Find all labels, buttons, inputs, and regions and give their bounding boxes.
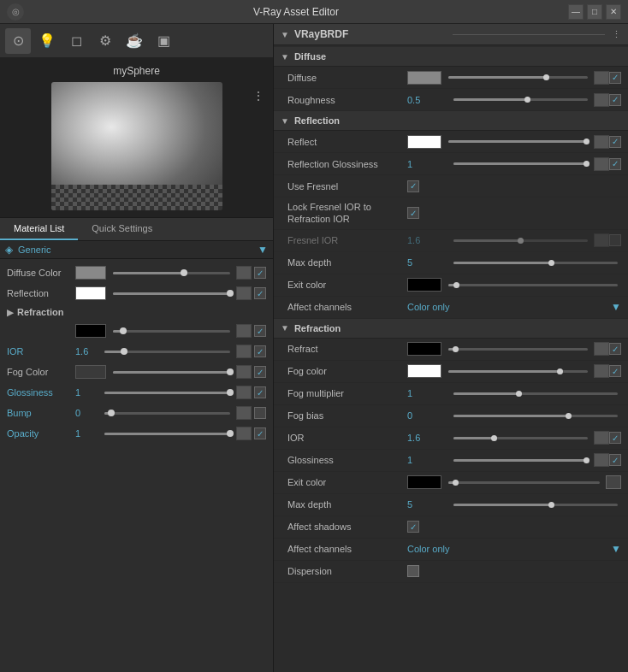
right-fog-mult-slider[interactable] — [453, 392, 618, 395]
right-refract-texture-btn[interactable] — [594, 342, 609, 356]
diffuse-color-swatch[interactable] — [75, 266, 106, 280]
reflection-section-label: Reflection — [294, 115, 340, 126]
right-fog-checkbox[interactable] — [609, 365, 621, 377]
right-reflect-slider[interactable] — [448, 140, 588, 143]
glossiness-slider[interactable] — [104, 392, 230, 394]
refraction-texture-btn[interactable] — [236, 324, 252, 338]
right-refl-glossiness-label: Reflection Glossiness — [287, 159, 407, 169]
right-refr-glossiness-checkbox[interactable] — [609, 454, 621, 466]
ior-enable-checkbox[interactable] — [254, 345, 266, 357]
right-exit-color-label: Exit color — [287, 280, 407, 290]
right-dispersion-checkbox[interactable] — [407, 565, 419, 577]
bump-texture-btn[interactable] — [236, 406, 252, 420]
preview-area: mySphere ⋮ — [0, 58, 273, 218]
right-refract-slider[interactable] — [448, 348, 588, 351]
diffuse-enable-checkbox[interactable] — [254, 267, 266, 279]
right-roughness-checkbox[interactable] — [609, 94, 621, 106]
right-affect-channels-arrow[interactable]: ▼ — [611, 301, 621, 313]
right-refr-ior-checkbox[interactable] — [609, 432, 621, 444]
right-fog-color-slider[interactable] — [448, 370, 588, 373]
reflection-row: Reflection — [0, 283, 273, 304]
refraction-section-header[interactable]: ▼ Refraction — [274, 319, 628, 339]
right-reflect-swatch[interactable] — [407, 135, 441, 149]
fog-color-swatch[interactable] — [75, 365, 106, 379]
refraction-swatch[interactable] — [75, 324, 106, 338]
right-exit-color-slider[interactable] — [448, 284, 618, 286]
right-roughness-texture-btn[interactable] — [594, 93, 609, 107]
fog-color-slider[interactable] — [113, 371, 230, 374]
toolbar-material-icon[interactable]: ◻ — [63, 28, 89, 54]
opacity-enable-checkbox[interactable] — [254, 427, 266, 439]
right-roughness-value: 0.5 — [407, 95, 450, 105]
diffuse-section-header[interactable]: ▼ Diffuse — [274, 47, 628, 67]
reflection-enable-checkbox[interactable] — [254, 287, 266, 299]
right-refr-ior-label: IOR — [287, 433, 407, 443]
reflection-section-header[interactable]: ▼ Reflection — [274, 111, 628, 131]
right-reflect-checkbox[interactable] — [609, 136, 621, 148]
glossiness-enable-checkbox[interactable] — [254, 386, 266, 398]
right-max-depth-slider[interactable] — [453, 262, 618, 264]
right-refr-max-depth-slider[interactable] — [453, 504, 618, 506]
right-refr-glossiness-texture-btn[interactable] — [594, 453, 609, 467]
refraction-enable-checkbox[interactable] — [254, 325, 266, 337]
preview-options-button[interactable]: ⋮ — [252, 89, 264, 103]
right-diffuse-texture-btn[interactable] — [594, 71, 609, 85]
material-selector[interactable]: ◈ Generic ▼ — [0, 241, 273, 259]
right-refr-glossiness-slider[interactable] — [453, 459, 588, 462]
toolbar-asset-icon[interactable]: ▣ — [151, 28, 176, 54]
right-refract-swatch[interactable] — [407, 342, 441, 356]
tab-material-list[interactable]: Material List — [0, 218, 78, 240]
refraction-slider[interactable] — [113, 330, 230, 333]
toolbar-render-icon[interactable]: ☕ — [121, 28, 147, 54]
right-fog-bias-slider[interactable] — [453, 415, 618, 417]
right-refr-exit-color-swatch[interactable] — [407, 475, 441, 489]
toolbar-settings-icon[interactable]: ⚙ — [92, 28, 118, 54]
right-refr-exit-color-checkbox[interactable] — [606, 475, 621, 489]
bump-slider[interactable] — [104, 412, 230, 415]
right-refr-affect-channels-arrow[interactable]: ▼ — [611, 543, 621, 555]
right-fog-bias-label: Fog bias — [287, 410, 407, 421]
right-refr-ior-texture-btn[interactable] — [594, 431, 609, 445]
right-refl-glossiness-texture-btn[interactable] — [594, 157, 609, 171]
reflection-texture-btn[interactable] — [236, 286, 252, 300]
right-diffuse-checkbox[interactable] — [609, 72, 621, 84]
fog-texture-btn[interactable] — [236, 365, 252, 379]
right-refr-exit-color-slider[interactable] — [448, 481, 600, 484]
vrbrdf-collapse-icon[interactable]: ▼ — [281, 30, 289, 39]
diffuse-color-slider[interactable] — [113, 272, 230, 274]
right-refract-checkbox[interactable] — [609, 343, 621, 355]
right-reflect-texture-btn[interactable] — [594, 135, 609, 149]
minimize-button[interactable]: — — [568, 4, 584, 20]
opacity-row: Opacity 1 — [0, 423, 273, 444]
right-diffuse-swatch[interactable] — [407, 71, 441, 85]
close-button[interactable]: ✕ — [606, 4, 621, 20]
toolbar-environment-icon[interactable]: ⊙ — [5, 28, 31, 54]
opacity-texture-btn[interactable] — [236, 427, 252, 440]
diffuse-texture-btn[interactable] — [236, 266, 252, 280]
toolbar-light-icon[interactable]: 💡 — [34, 28, 60, 54]
right-roughness-slider[interactable] — [453, 98, 588, 101]
maximize-button[interactable]: □ — [587, 4, 602, 20]
right-use-fresnel-checkbox[interactable] — [407, 180, 419, 192]
reflection-swatch[interactable] — [75, 286, 106, 300]
right-exit-color-swatch[interactable] — [407, 278, 441, 292]
right-fog-color-swatch[interactable] — [407, 364, 441, 378]
refraction-section-header[interactable]: ▶ Refraction — [0, 304, 273, 321]
tab-quick-settings[interactable]: Quick Settings — [78, 218, 166, 240]
right-fog-texture-btn[interactable] — [594, 364, 609, 378]
bump-enable-checkbox[interactable] — [254, 407, 266, 419]
glossiness-row: Glossiness 1 — [0, 382, 273, 403]
right-refl-glossiness-slider[interactable] — [453, 162, 588, 165]
right-affect-shadows-checkbox[interactable] — [407, 521, 419, 533]
right-refr-ior-slider[interactable] — [453, 437, 588, 439]
opacity-slider[interactable] — [104, 433, 230, 435]
right-diffuse-slider[interactable] — [448, 76, 588, 79]
reflection-slider[interactable] — [113, 292, 230, 295]
right-refl-glossiness-checkbox[interactable] — [609, 158, 621, 170]
right-lock-fresnel-checkbox[interactable] — [407, 207, 419, 219]
ior-texture-btn[interactable] — [236, 345, 252, 358]
fog-enable-checkbox[interactable] — [254, 366, 266, 378]
glossiness-texture-btn[interactable] — [236, 386, 252, 399]
ior-slider[interactable] — [104, 351, 230, 353]
vrbrdf-more-icon[interactable]: ⋮ — [612, 29, 621, 40]
